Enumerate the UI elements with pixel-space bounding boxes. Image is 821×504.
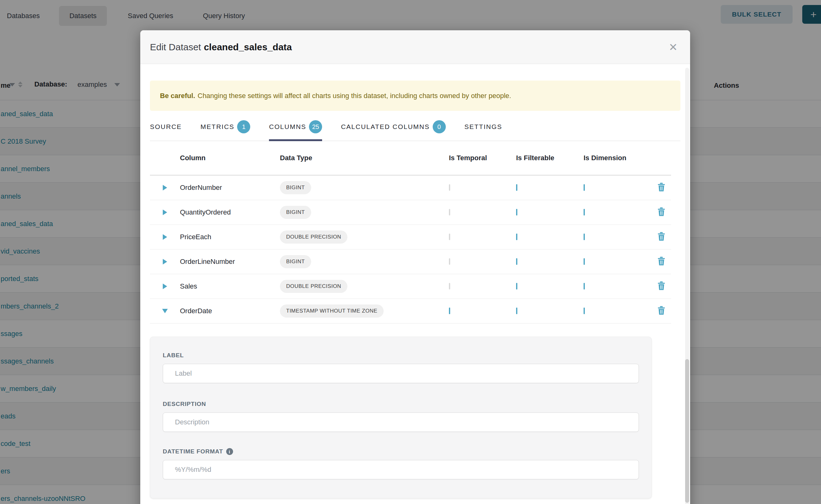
modal-title-prefix: Edit Dataset: [150, 42, 201, 52]
expand-caret-icon[interactable]: [163, 259, 167, 264]
column-name: OrderLineNumber: [180, 258, 280, 266]
is-filterable-checkbox[interactable]: [516, 308, 517, 314]
column-row: OrderNumber BIGINT: [150, 175, 671, 200]
warning-bold: Be careful.: [160, 92, 195, 100]
tab-columns[interactable]: COLUMNS 25: [269, 120, 322, 141]
modal-dataset-name: cleaned_sales_data: [204, 42, 292, 52]
datetime-format-input[interactable]: [163, 460, 639, 479]
expand-caret-icon[interactable]: [163, 185, 167, 190]
is-temporal-checkbox[interactable]: [449, 184, 450, 191]
is-filterable-checkbox[interactable]: [516, 234, 517, 240]
datetime-format-field-label: DATETIME FORMAT i: [163, 448, 639, 455]
column-row: PriceEach DOUBLE PRECISION: [150, 225, 671, 250]
is-dimension-checkbox[interactable]: [584, 258, 585, 265]
column-name: QuantityOrdered: [180, 208, 280, 216]
modal-title: Edit Datasetcleaned_sales_data: [150, 42, 292, 52]
warning-banner: Be careful. Changing these settings will…: [150, 81, 680, 111]
calculated-columns-count-badge: 0: [433, 120, 446, 133]
collapse-caret-icon[interactable]: [162, 309, 168, 313]
label-field-label: LABEL: [163, 352, 639, 359]
info-icon[interactable]: i: [226, 448, 233, 455]
modal-header: Edit Datasetcleaned_sales_data ✕: [140, 30, 690, 64]
data-type-pill: DOUBLE PRECISION: [280, 230, 347, 244]
data-type-pill: BIGINT: [280, 255, 311, 268]
data-type-header: Data Type: [280, 154, 449, 162]
label-input[interactable]: [163, 364, 639, 383]
is-filterable-header: Is Filterable: [516, 154, 584, 162]
description-input[interactable]: [163, 413, 639, 432]
delete-column-icon[interactable]: [657, 207, 665, 218]
delete-column-icon[interactable]: [657, 281, 665, 292]
column-name: OrderNumber: [180, 184, 280, 192]
tab-label: SETTINGS: [465, 123, 502, 131]
is-temporal-checkbox[interactable]: [449, 308, 450, 314]
data-type-pill: DOUBLE PRECISION: [280, 280, 347, 293]
modal-tabs: SOURCE METRICS 1 COLUMNS 25 CALCULATED C…: [150, 120, 680, 141]
is-filterable-checkbox[interactable]: [516, 184, 517, 191]
is-temporal-checkbox[interactable]: [449, 258, 450, 265]
modal-scrollbar-thumb[interactable]: [685, 359, 689, 503]
is-dimension-checkbox[interactable]: [584, 308, 585, 314]
columns-table-header: Column Data Type Is Temporal Is Filterab…: [150, 141, 671, 175]
tab-label: SOURCE: [150, 123, 182, 131]
tab-label: CALCULATED COLUMNS: [341, 123, 430, 131]
tab-label: COLUMNS: [269, 123, 306, 131]
column-row: Sales DOUBLE PRECISION: [150, 274, 671, 299]
modal-body: Be careful. Changing these settings will…: [140, 81, 690, 498]
is-temporal-checkbox[interactable]: [449, 234, 450, 240]
description-field-label: DESCRIPTION: [163, 401, 639, 408]
tab-source[interactable]: SOURCE: [150, 120, 182, 141]
data-type-pill: TIMESTAMP WITHOUT TIME ZONE: [280, 304, 383, 318]
close-icon[interactable]: ✕: [669, 42, 678, 52]
column-name: OrderDate: [180, 307, 280, 315]
is-temporal-header: Is Temporal: [449, 154, 516, 162]
delete-column-icon[interactable]: [657, 306, 665, 316]
expand-caret-icon[interactable]: [163, 210, 167, 215]
column-header: Column: [180, 154, 280, 162]
is-filterable-checkbox[interactable]: [516, 209, 517, 215]
is-dimension-checkbox[interactable]: [584, 184, 585, 191]
tab-label: METRICS: [200, 123, 235, 131]
delete-column-icon[interactable]: [657, 256, 665, 267]
tab-calculated-columns[interactable]: CALCULATED COLUMNS 0: [341, 120, 446, 141]
label-text: LABEL: [163, 352, 184, 359]
column-name: Sales: [180, 282, 280, 290]
metrics-count-badge: 1: [237, 120, 250, 133]
label-text: DATETIME FORMAT: [163, 448, 223, 455]
data-type-pill: BIGINT: [280, 181, 311, 194]
expand-caret-icon[interactable]: [163, 234, 167, 240]
column-row-expanded: OrderDate TIMESTAMP WITHOUT TIME ZONE: [150, 299, 671, 324]
warning-text: Changing these settings will affect all …: [198, 92, 512, 100]
is-dimension-checkbox[interactable]: [584, 209, 585, 215]
columns-count-badge: 25: [309, 120, 322, 133]
column-detail-panel: LABEL DESCRIPTION DATETIME FORMAT i: [150, 337, 652, 498]
delete-column-icon[interactable]: [657, 182, 665, 193]
is-dimension-header: Is Dimension: [584, 154, 651, 162]
is-temporal-checkbox[interactable]: [449, 209, 450, 215]
is-filterable-checkbox[interactable]: [516, 283, 517, 289]
is-temporal-checkbox[interactable]: [449, 283, 450, 289]
column-row: QuantityOrdered BIGINT: [150, 200, 671, 225]
column-name: PriceEach: [180, 233, 280, 241]
is-dimension-checkbox[interactable]: [584, 234, 585, 240]
label-text: DESCRIPTION: [163, 401, 206, 408]
tab-metrics[interactable]: METRICS 1: [200, 120, 250, 141]
tab-settings[interactable]: SETTINGS: [465, 120, 502, 141]
edit-dataset-modal: Edit Datasetcleaned_sales_data ✕ Be care…: [140, 30, 690, 504]
is-filterable-checkbox[interactable]: [516, 258, 517, 265]
data-type-pill: BIGINT: [280, 206, 311, 219]
is-dimension-checkbox[interactable]: [584, 283, 585, 289]
expand-caret-icon[interactable]: [163, 284, 167, 289]
delete-column-icon[interactable]: [657, 232, 665, 242]
column-row: OrderLineNumber BIGINT: [150, 250, 671, 274]
